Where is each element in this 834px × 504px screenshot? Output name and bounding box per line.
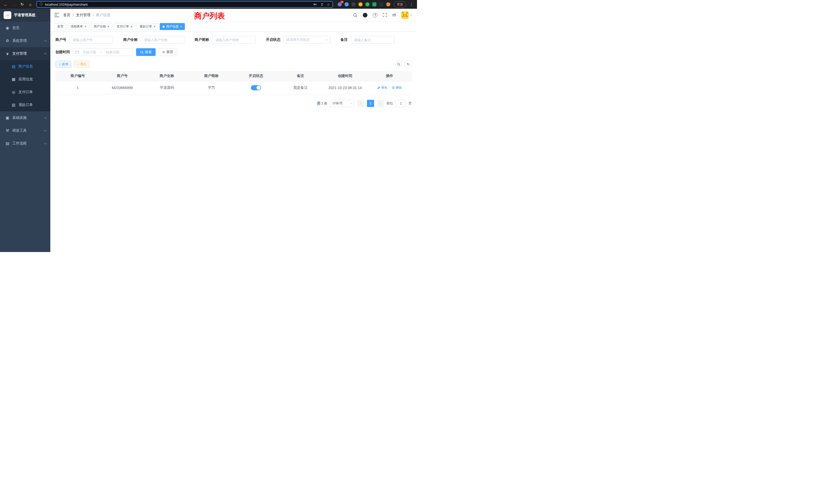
end-date-input[interactable]	[103, 50, 122, 54]
tab-user-group[interactable]: 用户分组 ×	[91, 23, 112, 30]
tab-merchant-info[interactable]: 商户信息 ×	[160, 23, 185, 30]
font-size-icon[interactable]: тT	[392, 13, 396, 17]
site-info-icon[interactable]: ⓘ	[40, 2, 43, 7]
back-icon[interactable]: ←	[3, 1, 9, 7]
close-icon[interactable]: ×	[180, 25, 182, 28]
extension-icon[interactable]: 10	[338, 2, 342, 6]
add-button[interactable]: + 新增	[56, 61, 71, 68]
merchant-no-input[interactable]	[69, 36, 113, 44]
full-name-input[interactable]	[141, 36, 184, 44]
reset-button[interactable]: ↻ 重置	[158, 48, 177, 56]
sidebar-item-workflow[interactable]: ▤ 工作流程	[0, 137, 50, 150]
status-select[interactable]: 请选择开启状态	[284, 36, 330, 44]
browser-update-button[interactable]: 更新	[394, 1, 406, 8]
cell-merchant-no: M233666999	[100, 81, 145, 94]
extensions-puzzle-icon[interactable]	[379, 2, 383, 6]
help-icon[interactable]: ?	[373, 13, 377, 18]
close-icon[interactable]: ×	[108, 25, 110, 28]
browser-profile-avatar[interactable]	[386, 2, 390, 6]
sidebar-item-home[interactable]: ◉ 首页	[0, 22, 50, 35]
start-date-input[interactable]	[80, 50, 99, 54]
extension-icon[interactable]	[352, 2, 356, 6]
tab-label: 流程表单	[71, 24, 83, 29]
home-icon[interactable]: ⌂	[27, 1, 34, 7]
sidebar-item-infrastructure[interactable]: ▣ 基础设施	[0, 111, 50, 124]
create-time-range-picker[interactable]: -	[73, 48, 132, 56]
page-number-button[interactable]: 1	[367, 100, 374, 107]
status-toggle[interactable]	[251, 85, 261, 90]
search-icon[interactable]	[353, 13, 357, 18]
sidebar-item-payment[interactable]: ¥ 支付管理	[0, 47, 50, 60]
edit-button[interactable]: 修改	[377, 86, 387, 90]
short-name-input[interactable]	[212, 36, 256, 44]
breadcrumb-item-home[interactable]: 首页	[63, 13, 70, 18]
logo-image	[4, 11, 11, 19]
user-avatar[interactable]	[401, 11, 412, 19]
breadcrumb-item-payment[interactable]: 支付管理	[76, 13, 90, 18]
sidebar-item-label: 应用信息	[19, 77, 33, 82]
search-icon	[397, 63, 400, 66]
dashboard-icon: ◉	[5, 26, 10, 30]
tab-pay-order[interactable]: 支付订单 ×	[114, 23, 135, 30]
tab-process-form[interactable]: 流程表单 ×	[68, 23, 89, 30]
breadcrumb-separator: /	[73, 13, 74, 17]
create-time-label: 创建时间	[56, 50, 73, 54]
chevron-down-icon	[410, 14, 412, 16]
extension-icon[interactable]	[366, 2, 370, 6]
extension-icon[interactable]	[372, 2, 376, 6]
chevron-down-icon	[44, 116, 47, 119]
total-count: 1	[321, 101, 323, 105]
cell-full-name: 芋道源码	[145, 81, 189, 94]
sidebar-item-app-info[interactable]: ▦ 应用信息	[0, 73, 50, 86]
sidebar-item-system[interactable]: ⚙ 系统管理	[0, 35, 50, 47]
delete-button[interactable]: 删除	[392, 86, 402, 90]
sidebar-item-label: 商户信息	[19, 64, 33, 69]
sidebar-item-label: 系统管理	[12, 39, 27, 43]
search-icon	[140, 50, 144, 54]
bookmark-star-icon[interactable]: ☆	[327, 3, 330, 6]
sidebar-item-dev-tools[interactable]: ⚒ 研发工具	[0, 124, 50, 137]
document-icon: ▥	[11, 102, 16, 107]
fullscreen-icon[interactable]	[382, 13, 387, 17]
extension-icon[interactable]	[358, 2, 363, 6]
sidebar-item-merchant-info[interactable]: ▤ 商户信息	[0, 60, 50, 73]
close-icon[interactable]: ×	[130, 25, 132, 28]
close-icon[interactable]: ×	[85, 25, 87, 28]
tab-refund-order[interactable]: 退款订单 ×	[137, 23, 158, 30]
refresh-table-button[interactable]: ↻	[405, 61, 412, 68]
cell-actions: 修改 删除	[368, 81, 412, 94]
toggle-search-button[interactable]	[395, 61, 402, 68]
sidebar-item-refund-order[interactable]: ▥ 退款订单	[0, 98, 50, 111]
pagination: 共 1 条 10条/页 ‹ 1 › 前往 页	[56, 100, 412, 107]
breadcrumb: 首页 / 支付管理 / 商户信息	[63, 13, 110, 18]
yen-icon: ¥	[5, 51, 10, 56]
export-button-label: 导出	[80, 62, 86, 66]
sidebar-logo[interactable]: 芋道管理系统	[0, 9, 50, 22]
total-prefix: 共	[317, 101, 321, 105]
reload-icon[interactable]: ↻	[19, 1, 25, 7]
tab-home[interactable]: 首页	[54, 23, 66, 30]
github-icon[interactable]	[363, 13, 368, 18]
cell-short-name: 芋艿	[189, 81, 234, 94]
export-button[interactable]: ↓ 导出	[74, 61, 90, 68]
forward-icon[interactable]: →	[11, 1, 17, 7]
next-page-button[interactable]: ›	[377, 100, 384, 107]
column-header: 商户全称	[145, 71, 189, 81]
share-icon[interactable]: ↥	[321, 3, 323, 6]
page-size-select[interactable]: 10条/页	[330, 100, 355, 107]
hamburger-icon[interactable]	[50, 9, 63, 22]
goto-page-input[interactable]	[396, 100, 406, 107]
url-bar[interactable]: ⓘ localhost:1024/pay/merchant ↥ ☆	[37, 1, 333, 8]
search-button[interactable]: 搜索	[136, 48, 156, 56]
extension-icon[interactable]	[345, 2, 349, 6]
browser-menu-dots-icon[interactable]: ⋮	[408, 1, 414, 7]
table-row: 1 M233666999 芋道源码 芋艿 我是备注 2021-10-23 08:…	[56, 81, 412, 94]
chevron-down-icon	[326, 38, 328, 40]
date-range-separator: -	[100, 50, 102, 54]
avatar-image	[401, 11, 409, 19]
close-icon[interactable]: ×	[154, 25, 156, 28]
prev-page-button[interactable]: ‹	[357, 100, 364, 107]
sidebar-item-pay-order[interactable]: ◎ 支付订单	[0, 86, 50, 98]
password-key-icon[interactable]	[313, 3, 317, 6]
remark-input[interactable]	[351, 36, 394, 44]
